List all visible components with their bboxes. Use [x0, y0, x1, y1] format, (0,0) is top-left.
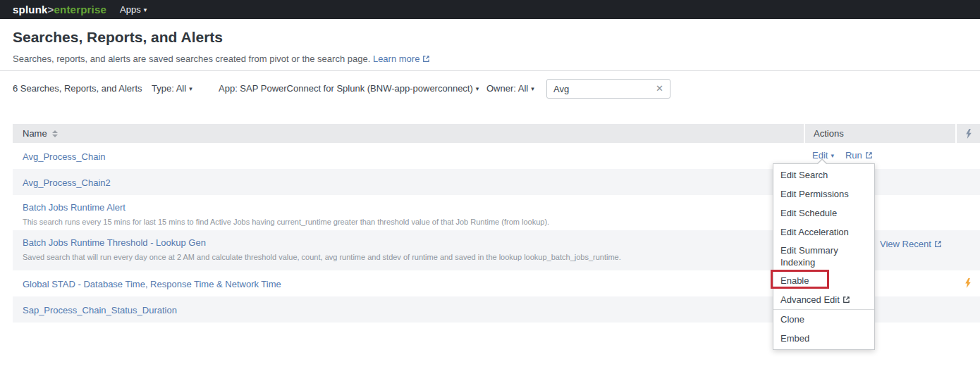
app-filter[interactable]: App: SAP PowerConnect for Splunk (BNW-ap…: [219, 79, 479, 99]
run-label: Run: [845, 150, 862, 161]
menu-item-clone[interactable]: Clone: [773, 310, 874, 329]
actions-column-header: Actions: [804, 124, 955, 143]
header-divider: [0, 70, 980, 71]
actions-column-label: Actions: [814, 128, 844, 139]
row-name-link[interactable]: Batch Jobs Runtime Alert: [23, 202, 125, 213]
page-subtitle-text: Searches, reports, and alerts are saved …: [13, 54, 370, 64]
table-header: Name Actions: [13, 124, 980, 143]
top-bar: splunk>enterprise Apps▾: [0, 0, 980, 19]
logo-caret: >: [48, 4, 54, 15]
row-description: This search runs every 15 mins for last …: [23, 218, 804, 226]
acceleration-column-header: [955, 124, 980, 143]
advanced-edit-label: Advanced Edit: [780, 294, 840, 305]
external-link-icon: [865, 151, 873, 159]
edit-dropdown-menu: Edit Search Edit Permissions Edit Schedu…: [773, 163, 875, 350]
clear-search-icon[interactable]: ✕: [656, 80, 663, 98]
owner-filter[interactable]: Owner: All▾: [486, 79, 534, 99]
logo-splunk-text: splunk: [13, 4, 48, 15]
learn-more-label: Learn more: [373, 54, 419, 64]
menu-item-embed[interactable]: Embed: [773, 329, 874, 348]
menu-item-edit-summary-indexing[interactable]: Edit Summary Indexing: [773, 242, 858, 271]
external-link-icon: [422, 55, 430, 63]
row-name-link[interactable]: Avg_Process_Chain2: [23, 177, 111, 188]
apps-menu-label: Apps: [120, 4, 141, 15]
chevron-down-icon: ▾: [189, 85, 192, 92]
row-name-link[interactable]: Avg_Process_Chain: [23, 151, 106, 162]
menu-item-edit-permissions[interactable]: Edit Permissions: [773, 184, 874, 204]
external-link-icon: [843, 296, 850, 304]
search-input[interactable]: [547, 80, 649, 98]
accelerated-lightning-icon: [964, 278, 972, 288]
chevron-down-icon: ▾: [476, 85, 479, 92]
chevron-down-icon: ▾: [831, 152, 834, 159]
name-column-header[interactable]: Name: [13, 124, 804, 143]
menu-item-advanced-edit[interactable]: Advanced Edit: [773, 290, 874, 309]
type-filter-label: Type: All: [152, 83, 186, 94]
run-action-link[interactable]: Run: [845, 150, 873, 161]
row-name-link[interactable]: Global STAD - Database Time, Response Ti…: [23, 279, 281, 289]
row-name-link[interactable]: Batch Jobs Runtime Threshold - Lookup Ge…: [23, 237, 206, 248]
menu-item-edit-acceleration[interactable]: Edit Acceleration: [773, 223, 874, 242]
view-recent-link[interactable]: View Recent: [880, 239, 942, 249]
menu-item-edit-schedule[interactable]: Edit Schedule: [773, 204, 874, 223]
chevron-down-icon: ▾: [531, 85, 534, 92]
menu-item-edit-search[interactable]: Edit Search: [773, 165, 874, 184]
sort-icon: [52, 130, 58, 137]
apps-menu[interactable]: Apps▾: [120, 0, 147, 20]
splunk-logo: splunk>enterprise: [13, 0, 106, 19]
view-recent-label: View Recent: [880, 239, 931, 249]
type-filter[interactable]: Type: All▾: [152, 79, 192, 99]
lightning-icon: [965, 129, 972, 139]
chevron-down-icon: ▾: [144, 6, 147, 13]
logo-enterprise-text: enterprise: [54, 4, 107, 15]
name-column-label: Name: [23, 128, 47, 139]
external-link-icon: [934, 240, 942, 248]
page-subtitle: Searches, reports, and alerts are saved …: [13, 54, 430, 64]
menu-item-enable[interactable]: Enable: [773, 271, 874, 290]
row-name-link[interactable]: Sap_Process_Chain_Status_Duration: [23, 305, 177, 315]
page-title: Searches, Reports, and Alerts: [13, 29, 223, 46]
learn-more-link[interactable]: Learn more: [373, 54, 430, 64]
row-description: Saved search that will run every day onc…: [23, 253, 804, 261]
owner-filter-label: Owner: All: [486, 83, 528, 94]
app-filter-label: App: SAP PowerConnect for Splunk (BNW-ap…: [219, 83, 473, 94]
result-count: 6 Searches, Reports, and Alerts: [13, 79, 142, 99]
filter-search-box: ✕: [546, 79, 670, 99]
